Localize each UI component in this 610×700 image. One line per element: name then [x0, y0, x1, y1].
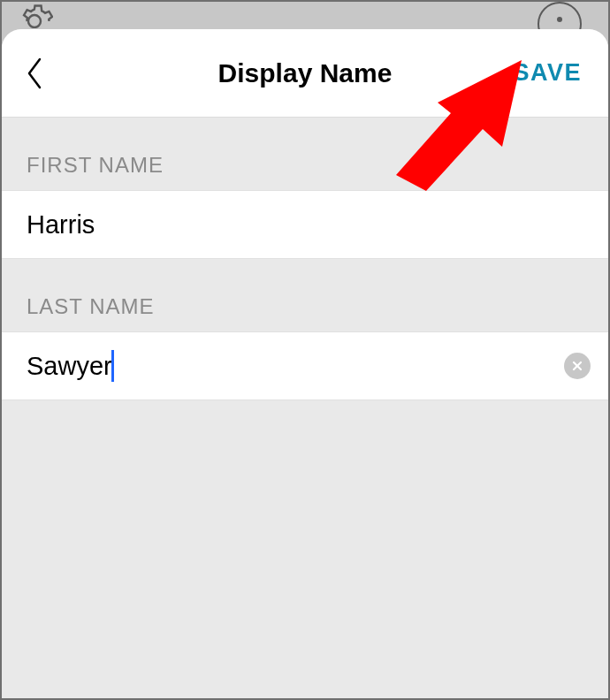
last-name-value: Sawyer [27, 352, 112, 381]
last-name-input[interactable]: Sawyer [27, 350, 564, 382]
text-cursor-icon [111, 350, 114, 382]
first-name-input[interactable] [27, 210, 591, 240]
last-name-label: LAST NAME [2, 259, 608, 331]
x-icon [571, 360, 583, 372]
svg-point-1 [557, 17, 562, 22]
clear-text-button[interactable] [564, 353, 591, 379]
last-name-row[interactable]: Sawyer [2, 331, 608, 400]
settings-gear-icon [16, 2, 53, 32]
save-button[interactable]: SAVE [509, 50, 585, 95]
first-name-label: FIRST NAME [2, 118, 608, 190]
display-name-sheet: Display Name SAVE FIRST NAME LAST NAME S… [2, 29, 608, 698]
navbar: Display Name SAVE [2, 29, 608, 118]
back-button[interactable] [25, 47, 60, 100]
chevron-left-icon [25, 56, 44, 91]
first-name-row[interactable] [2, 190, 608, 259]
svg-point-0 [538, 3, 581, 30]
